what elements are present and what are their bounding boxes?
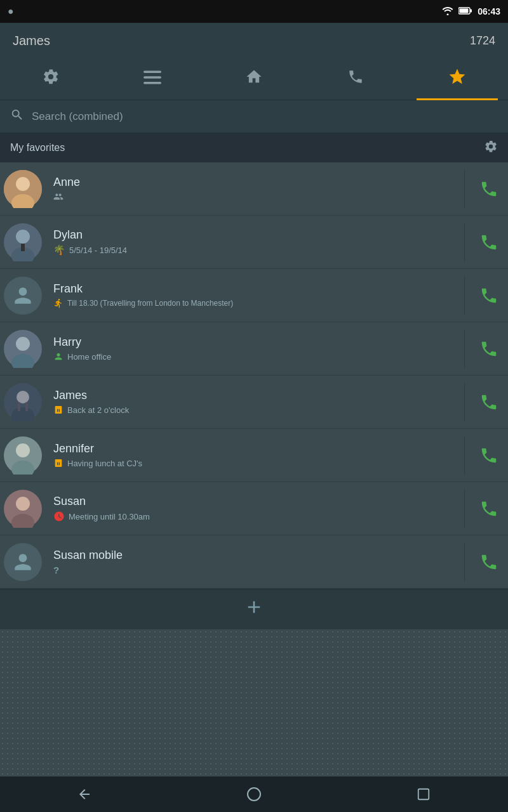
status-text: Home office [67, 352, 111, 362]
divider [464, 277, 465, 315]
contact-item[interactable]: Anne [0, 162, 508, 216]
back-button[interactable] [0, 776, 170, 812]
wifi-icon [442, 6, 453, 17]
divider [464, 490, 465, 528]
section-header: My favorites [0, 133, 508, 162]
avatar-wrap [0, 162, 46, 216]
avatar [4, 277, 42, 315]
bottom-nav [0, 776, 508, 812]
avatar [4, 543, 42, 581]
avatar [4, 223, 42, 261]
contact-name: James [53, 389, 451, 402]
avatar [4, 170, 42, 208]
svg-rect-19 [18, 402, 20, 411]
section-title: My favorites [10, 142, 65, 154]
contact-status: Meeting until 10.30am [53, 511, 451, 522]
call-button[interactable] [470, 535, 508, 589]
section-settings-icon[interactable] [484, 140, 498, 157]
call-button[interactable] [470, 429, 508, 482]
app-status-icon: ● [8, 6, 14, 17]
contact-status: 🌴 5/5/14 - 19/5/14 [53, 244, 451, 256]
call-button[interactable] [470, 376, 508, 429]
contact-name: Jennifer [53, 442, 451, 455]
avatar-wrap [0, 216, 46, 269]
contact-item[interactable]: Dylan 🌴 5/5/14 - 19/5/14 [0, 216, 508, 269]
avatar-wrap [0, 429, 46, 482]
svg-point-7 [16, 177, 30, 191]
add-icon [244, 597, 264, 622]
svg-point-25 [16, 497, 30, 511]
contact-info: Dylan 🌴 5/5/14 - 19/5/14 [46, 228, 459, 256]
contact-item[interactable]: Susan Meeting until 10.30am [0, 482, 508, 535]
tab-home[interactable] [203, 58, 305, 100]
contact-status: Till 18.30 (Travelling from London to Ma… [53, 298, 451, 308]
svg-point-14 [16, 337, 30, 351]
contact-info: Susan mobile ? [46, 549, 459, 575]
contact-info: Harry Home office [46, 336, 459, 362]
call-button[interactable] [470, 162, 508, 216]
divider [464, 436, 465, 475]
home-icon [245, 68, 263, 90]
call-button[interactable] [470, 322, 508, 376]
divider [464, 223, 465, 261]
contact-info: Frank Till 18.30 (Travelling from London… [46, 282, 459, 308]
svg-rect-28 [418, 789, 429, 800]
svg-rect-12 [21, 244, 25, 251]
settings-icon [42, 68, 60, 90]
svg-point-27 [248, 788, 260, 801]
search-bar [0, 100, 508, 133]
contact-info: James Back at 2 o'clock [46, 389, 459, 415]
contact-info: Jennifer Having lunch at CJ's [46, 442, 459, 468]
status-text: Meeting until 10.30am [69, 512, 150, 521]
divider [464, 170, 465, 208]
svg-rect-2 [460, 9, 469, 13]
contact-name: Susan mobile [53, 549, 451, 562]
app-header: James 1724 [0, 23, 508, 58]
svg-rect-5 [144, 82, 161, 84]
contact-list: Anne [0, 162, 508, 589]
divider [464, 543, 465, 581]
contact-name: Susan [53, 495, 451, 508]
contact-item[interactable]: Susan mobile ? [0, 535, 508, 589]
recent-button[interactable] [338, 776, 508, 812]
status-text: Till 18.30 (Travelling from London to Ma… [67, 299, 233, 308]
status-text: Back at 2 o'clock [67, 405, 129, 415]
tab-favorites[interactable] [406, 58, 508, 100]
time-display: 06:43 [478, 6, 500, 16]
svg-rect-4 [144, 76, 161, 79]
avatar-wrap [0, 535, 46, 589]
contact-status [53, 192, 451, 202]
avatar [4, 436, 42, 475]
status-text: 5/5/14 - 19/5/14 [69, 246, 127, 255]
add-favorite-area[interactable] [0, 589, 508, 629]
svg-rect-20 [25, 402, 28, 411]
status-bar-left: ● [8, 6, 14, 17]
search-icon [10, 108, 24, 125]
menu-icon [144, 69, 161, 89]
avatar-wrap [0, 322, 46, 376]
home-button[interactable] [170, 776, 339, 812]
svg-point-22 [16, 443, 30, 457]
contact-name: Dylan [53, 228, 451, 242]
contact-status: Back at 2 o'clock [53, 405, 451, 415]
tab-settings[interactable] [0, 58, 102, 100]
contact-status: Having lunch at CJ's [53, 458, 451, 468]
avatar-wrap [0, 269, 46, 322]
contact-item[interactable]: Frank Till 18.30 (Travelling from London… [0, 269, 508, 322]
svg-rect-1 [471, 10, 472, 13]
tab-calls[interactable] [305, 58, 406, 100]
tab-menu[interactable] [102, 58, 203, 100]
contact-item[interactable]: Harry Home office [0, 322, 508, 376]
call-button[interactable] [470, 269, 508, 322]
contact-item[interactable]: Jennifer Having lunch at CJ's [0, 429, 508, 482]
contact-item[interactable]: James Back at 2 o'clock [0, 376, 508, 429]
status-text: Having lunch at CJ's [67, 459, 142, 468]
call-button[interactable] [470, 482, 508, 535]
avatar [4, 383, 42, 421]
nav-tabs [0, 58, 508, 100]
avatar-wrap [0, 376, 46, 429]
phone-icon [347, 69, 364, 89]
call-button[interactable] [470, 216, 508, 269]
search-input[interactable] [32, 110, 498, 123]
contact-info: Anne [46, 176, 459, 202]
